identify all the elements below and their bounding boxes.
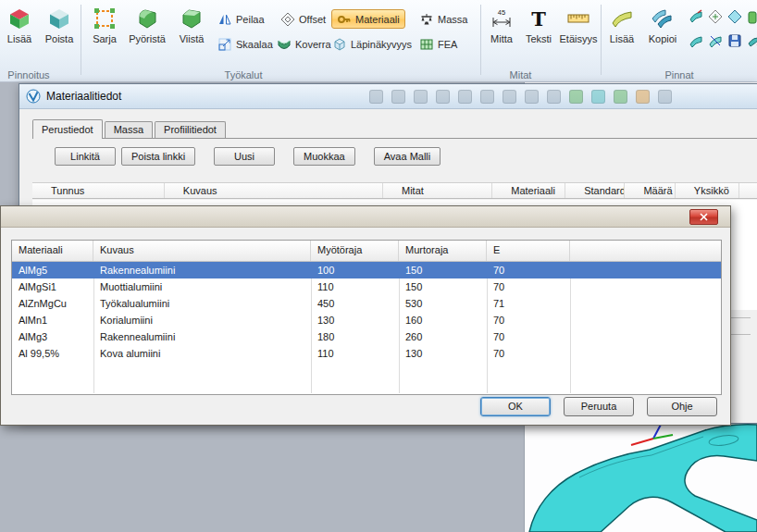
cell: 130	[399, 345, 487, 362]
mass-button[interactable]: Massa	[415, 9, 472, 29]
chamfer-button[interactable]: Viistä	[170, 3, 213, 44]
text-icon: T	[527, 6, 551, 31]
button-label: Pyöristä	[129, 33, 166, 44]
ribbon-group-mitat: 45 Mitta T Teksti Etäisyys Mitat	[481, 0, 602, 81]
column-header-materiaali[interactable]: Materiaali	[12, 241, 93, 261]
link-button[interactable]: Linkitä	[55, 147, 116, 166]
surface-tool-patch-button[interactable]	[745, 31, 757, 49]
tab-massa[interactable]: Massa	[105, 121, 153, 138]
table-row-selected[interactable]: AlMg5 Rakennealumiini 100 150 70	[12, 262, 721, 278]
edit-button[interactable]: Muokkaa	[293, 147, 355, 166]
cell: 71	[487, 295, 570, 312]
button-label: FEA	[438, 39, 457, 50]
help-button[interactable]: Ohje	[647, 397, 717, 416]
column-header-kuvaus[interactable]: Kuvaus	[165, 183, 383, 198]
table-row[interactable]: AlMn1 Korialumiini 130 160 70	[12, 312, 721, 328]
close-button[interactable]	[689, 209, 718, 225]
ghost-icon	[658, 90, 672, 104]
window-titlebar[interactable]: Materiaalitiedot	[19, 84, 757, 109]
group-label: Pinnoitus	[0, 69, 57, 80]
cell: 130	[311, 312, 399, 328]
copy-surface-button[interactable]: Kopioi	[642, 3, 683, 44]
group-label: Mitat	[481, 69, 560, 80]
column-header-standardi[interactable]: Standardi	[565, 183, 625, 198]
remove-coating-button[interactable]: Poista	[40, 3, 79, 44]
remove-solid-icon	[47, 6, 71, 31]
cell: 110	[311, 278, 399, 295]
column-header-maara[interactable]: Määrä	[625, 183, 675, 198]
column-header-murtoraja[interactable]: Murtoraja	[399, 241, 487, 261]
button-label: Läpinäkyvyys	[351, 39, 412, 50]
ghost-icon	[480, 90, 494, 104]
button-label: Viistä	[180, 33, 205, 44]
ghost-icon	[569, 90, 583, 104]
offset-icon	[280, 12, 295, 27]
column-header-e[interactable]: E	[487, 241, 570, 261]
cell: AlMg5	[12, 262, 93, 278]
ruler-icon	[566, 6, 590, 31]
table-row[interactable]: AlMgSi1 Muottialumiini 110 150 70	[12, 278, 721, 295]
cell: 100	[311, 262, 399, 278]
window-title: Materiaalitiedot	[46, 90, 121, 103]
material-select-dialog: Materiaali Kuvaus Myötöraja Murtoraja E …	[0, 205, 731, 426]
ok-button[interactable]: OK	[480, 397, 551, 416]
table-row[interactable]: AlZnMgCu Työkalualumiini 450 530 71	[12, 295, 721, 312]
dimension-button[interactable]: 45 Mitta	[483, 3, 520, 44]
column-header-yksikko[interactable]: Yksikkö	[676, 183, 739, 198]
column-header-filler	[739, 183, 757, 198]
surface-tool-move-button[interactable]	[687, 7, 704, 25]
scale-button[interactable]: Skaalaa	[213, 34, 278, 54]
surface-tool-offset-button[interactable]	[706, 7, 724, 25]
pattern-button[interactable]: Sarja	[83, 3, 126, 44]
material-button-active[interactable]: Materiaali	[331, 9, 405, 29]
surface-tool-join-button[interactable]	[687, 31, 704, 49]
button-label: Peilaa	[236, 14, 265, 25]
ghost-icon	[458, 90, 472, 104]
button-label: Massa	[438, 14, 467, 25]
open-model-button[interactable]: Avaa Malli	[374, 147, 441, 166]
distance-button[interactable]: Etäisyys	[557, 3, 600, 44]
save-surface-button[interactable]	[726, 31, 743, 49]
ribbon-group-pinnoitus: Lisää Poista Pinnoitus	[0, 0, 81, 81]
group-label: Pinnat	[602, 69, 757, 80]
fea-button[interactable]: FEA	[415, 34, 462, 54]
surface-tool-extend-button[interactable]	[745, 7, 757, 25]
mass-scale-icon	[419, 12, 434, 27]
add-surface-button[interactable]: Lisää	[603, 3, 640, 44]
cell: Työkalualumiini	[93, 295, 311, 312]
close-icon	[700, 213, 708, 221]
surface-tool-split-button[interactable]	[706, 31, 724, 49]
material-table: Materiaali Kuvaus Myötöraja Murtoraja E …	[11, 240, 722, 395]
dialog-titlebar[interactable]	[1, 206, 730, 228]
table-row[interactable]: Al 99,5% Kova alumiini 110 130 70	[12, 345, 721, 362]
ghost-icon	[503, 90, 516, 104]
text-button[interactable]: T Teksti	[520, 3, 557, 44]
chamfer-icon	[180, 6, 204, 31]
column-header-materiaali[interactable]: Materiaali	[492, 183, 565, 198]
mirror-button[interactable]: Peilaa	[213, 9, 269, 29]
surface-tool-trim-button[interactable]	[726, 7, 743, 25]
offset-button[interactable]: Offset	[276, 9, 330, 29]
cell: Al 99,5%	[12, 345, 93, 362]
column-header-kuvaus[interactable]: Kuvaus	[93, 241, 311, 261]
cell: Korialumiini	[93, 312, 311, 328]
column-header-myotoraja[interactable]: Myötöraja	[311, 241, 399, 261]
cancel-button[interactable]: Peruuta	[564, 397, 634, 416]
transparency-button[interactable]: Läpinäkyvyys	[328, 34, 416, 54]
cell: 70	[487, 345, 570, 362]
column-header-tunnus[interactable]: Tunnus	[32, 183, 165, 198]
new-button[interactable]: Uusi	[214, 147, 275, 166]
cell: 70	[487, 328, 570, 345]
group-label: Työkalut	[81, 69, 405, 80]
column-header-mitat[interactable]: Mitat	[383, 183, 492, 198]
ghost-icon	[414, 90, 428, 104]
remove-link-button[interactable]: Poista linkki	[121, 147, 195, 166]
fillet-button[interactable]: Pyöristä	[126, 3, 168, 44]
add-coating-button[interactable]: Lisää	[0, 3, 39, 44]
tab-perustiedot[interactable]: Perustiedot	[32, 119, 103, 139]
ghost-icon	[636, 90, 650, 104]
table-row[interactable]: AlMg3 Rakennealumiini 180 260 70	[12, 328, 721, 345]
tab-profiilitiedot[interactable]: Profiilitiedot	[155, 121, 226, 138]
material-table-header: Materiaali Kuvaus Myötöraja Murtoraja E	[12, 241, 721, 262]
hollow-button[interactable]: Koverra	[272, 34, 336, 54]
